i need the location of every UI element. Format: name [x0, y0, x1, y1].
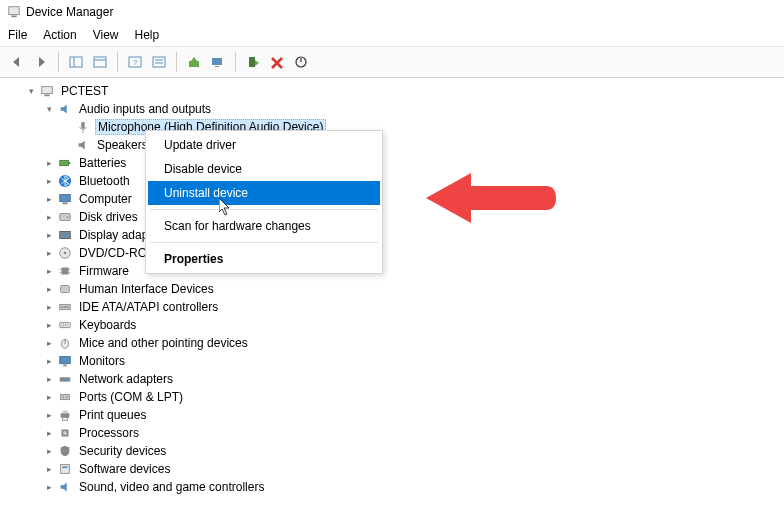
chevron-right-icon[interactable]: ▸ [42, 174, 56, 188]
computer-icon [39, 83, 55, 99]
svg-rect-38 [62, 306, 64, 308]
update-driver-button[interactable] [183, 51, 205, 73]
help-button[interactable]: ? [124, 51, 146, 73]
cm-scan[interactable]: Scan for hardware changes [148, 214, 380, 238]
toolbar: ? [0, 47, 784, 78]
cm-uninstall-device[interactable]: Uninstall device [148, 181, 380, 205]
tree-display-adapters[interactable]: ▸ Display adap [6, 226, 778, 244]
tree-display-label: Display adap [77, 228, 150, 242]
properties2-button[interactable] [148, 51, 170, 73]
tree-software[interactable]: ▸ Software devices [6, 460, 778, 478]
back-button[interactable] [6, 51, 28, 73]
tree-ide[interactable]: ▸ IDE ATA/ATAPI controllers [6, 298, 778, 316]
menu-file[interactable]: File [8, 28, 27, 42]
tree-security-label: Security devices [77, 444, 168, 458]
chevron-right-icon[interactable]: ▸ [42, 354, 56, 368]
cm-disable-device[interactable]: Disable device [148, 157, 380, 181]
chevron-right-icon[interactable]: ▸ [42, 192, 56, 206]
cm-properties[interactable]: Properties [148, 247, 380, 271]
tree-microphone[interactable]: Microphone (High Definition Audio Device… [6, 118, 778, 136]
monitor-icon [57, 353, 73, 369]
battery-icon [57, 155, 73, 171]
chevron-right-icon[interactable]: ▸ [42, 372, 56, 386]
svg-rect-0 [9, 7, 20, 15]
chevron-right-icon[interactable]: ▸ [42, 408, 56, 422]
chip-icon [57, 263, 73, 279]
tree-ports[interactable]: ▸ Ports (COM & LPT) [6, 388, 778, 406]
cm-separator [150, 242, 378, 243]
tree-bluetooth[interactable]: ▸ Bluetooth [6, 172, 778, 190]
menubar: File Action View Help [0, 24, 784, 47]
tree-batteries[interactable]: ▸ Batteries [6, 154, 778, 172]
chevron-right-icon[interactable]: ▸ [42, 426, 56, 440]
tree-batteries-label: Batteries [77, 156, 128, 170]
show-hide-tree-button[interactable] [65, 51, 87, 73]
chevron-right-icon[interactable]: ▸ [42, 444, 56, 458]
chevron-right-icon[interactable]: ▸ [42, 336, 56, 350]
svg-rect-41 [60, 322, 71, 327]
tree-security[interactable]: ▸ Security devices [6, 442, 778, 460]
tree-hid-label: Human Interface Devices [77, 282, 216, 296]
enable-button[interactable] [242, 51, 264, 73]
chevron-right-icon[interactable]: ▸ [42, 156, 56, 170]
disable-button[interactable] [290, 51, 312, 73]
properties-button[interactable] [89, 51, 111, 73]
processor-icon [57, 425, 73, 441]
svg-rect-14 [249, 57, 255, 67]
cm-separator [150, 209, 378, 210]
toolbar-separator [235, 52, 236, 72]
svg-rect-2 [70, 57, 82, 67]
tree-processors[interactable]: ▸ Processors [6, 424, 778, 442]
tree-firmware-label: Firmware [77, 264, 131, 278]
chevron-right-icon[interactable]: ▸ [42, 210, 56, 224]
svg-rect-28 [62, 233, 69, 237]
chevron-right-icon[interactable]: ▸ [42, 264, 56, 278]
tree-root[interactable]: ▾ PCTEST [6, 82, 778, 100]
tree-disk-drives[interactable]: ▸ Disk drives [6, 208, 778, 226]
scan-hardware-button[interactable] [207, 51, 229, 73]
chevron-right-icon[interactable]: ▸ [42, 390, 56, 404]
dvd-icon [57, 245, 73, 261]
svg-rect-54 [62, 411, 67, 414]
chevron-right-icon[interactable]: ▸ [42, 282, 56, 296]
svg-rect-17 [44, 95, 49, 97]
menu-help[interactable]: Help [135, 28, 160, 42]
chevron-right-icon[interactable]: ▸ [42, 300, 56, 314]
titlebar: Device Manager [0, 0, 784, 24]
chevron-right-icon[interactable]: ▸ [42, 318, 56, 332]
uninstall-button[interactable] [266, 51, 288, 73]
chevron-right-icon[interactable]: ▸ [42, 246, 56, 260]
tree-monitors[interactable]: ▸ Monitors [6, 352, 778, 370]
tree-audio-category[interactable]: ▾ Audio inputs and outputs [6, 100, 778, 118]
tree-keyboards[interactable]: ▸ Keyboards [6, 316, 778, 334]
tree-print-queues[interactable]: ▸ Print queues [6, 406, 778, 424]
forward-button[interactable] [30, 51, 52, 73]
svg-rect-53 [61, 413, 70, 417]
cm-update-driver[interactable]: Update driver [148, 133, 380, 157]
chevron-right-icon[interactable]: ▸ [42, 228, 56, 242]
chevron-right-icon[interactable]: ▸ [42, 480, 56, 494]
tree-audio-label: Audio inputs and outputs [77, 102, 213, 116]
speaker-icon [75, 137, 91, 153]
tree-speakers[interactable]: Speakers [6, 136, 778, 154]
tree-mice-label: Mice and other pointing devices [77, 336, 250, 350]
tree-root-label: PCTEST [59, 84, 110, 98]
svg-rect-13 [215, 66, 219, 67]
tree-sound-label: Sound, video and game controllers [77, 480, 266, 494]
tree-network[interactable]: ▸ Network adapters [6, 370, 778, 388]
menu-action[interactable]: Action [43, 28, 76, 42]
tree-computer[interactable]: ▸ Computer [6, 190, 778, 208]
display-icon [57, 227, 73, 243]
svg-rect-49 [62, 379, 69, 381]
chevron-down-icon[interactable]: ▾ [24, 84, 38, 98]
tree-firmware[interactable]: ▸ Firmware [6, 262, 778, 280]
tree-mice[interactable]: ▸ Mice and other pointing devices [6, 334, 778, 352]
tree-software-label: Software devices [77, 462, 172, 476]
tree-sound[interactable]: ▸ Sound, video and game controllers [6, 478, 778, 496]
tree-dvd[interactable]: ▸ DVD/CD-ROM [6, 244, 778, 262]
chevron-down-icon[interactable]: ▾ [42, 102, 56, 116]
svg-rect-58 [61, 465, 70, 474]
menu-view[interactable]: View [93, 28, 119, 42]
chevron-right-icon[interactable]: ▸ [42, 462, 56, 476]
tree-hid[interactable]: ▸ Human Interface Devices [6, 280, 778, 298]
